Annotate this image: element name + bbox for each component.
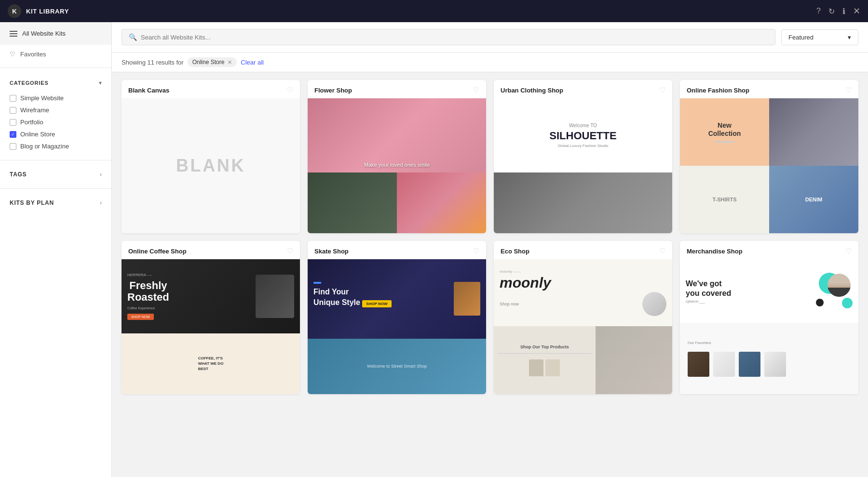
merch-top: We've gotyou covered cybercio ___ [680, 259, 858, 323]
skate-bottom: Welcome to Street Smart Shop [308, 339, 486, 394]
card-heart-icon[interactable]: ♡ [659, 247, 665, 255]
portfolio-checkbox[interactable] [10, 119, 16, 126]
tags-section[interactable]: TAGS › [0, 164, 111, 185]
card-title: Eco Shop [501, 248, 529, 255]
coffee-bottom: COFFEE, IT'SWHAT WE DOBEST [122, 333, 300, 394]
all-kits-label: All Website Kits [22, 30, 66, 37]
flower-caption: Make your loved ones smile [364, 162, 430, 168]
sidebar-divider [0, 67, 111, 68]
urban-bottom-img [494, 172, 672, 233]
favorites-label: Favorites [20, 51, 46, 58]
flower-bottom [308, 172, 486, 233]
refresh-icon[interactable]: ↻ [828, 7, 835, 16]
eco-bottom-img [596, 326, 672, 394]
skate-top: Find YourUnique Style SHOP NOW [308, 259, 486, 339]
card-heart-icon[interactable]: ♡ [287, 86, 293, 94]
search-bar: 🔍 Featured ▾ [112, 22, 868, 53]
fashion-cell-denim: DENIM [769, 166, 858, 233]
card-heart-icon[interactable]: ♡ [845, 247, 852, 255]
card-header: Online Fashion Shop ♡ [680, 80, 858, 98]
blog-magazine-checkbox[interactable] [10, 143, 16, 150]
card-header: Urban Clothing Shop ♡ [494, 80, 672, 98]
card-title: Skate Shop [314, 248, 349, 255]
card-flower-shop[interactable]: Flower Shop ♡ Make your loved ones smile [308, 80, 486, 233]
card-title: Online Coffee Shop [128, 248, 187, 255]
filter-tag-remove[interactable]: ✕ [228, 59, 232, 66]
card-coffee-shop[interactable]: Online Coffee Shop ♡ HERRERA ---- Freshl… [122, 241, 300, 394]
card-title: Blank Canvas [128, 87, 169, 94]
card-blank-canvas[interactable]: Blank Canvas ♡ BLANK [122, 80, 300, 233]
card-heart-icon[interactable]: ♡ [659, 86, 665, 94]
card-heart-icon[interactable]: ♡ [845, 86, 852, 94]
categories-chevron[interactable]: ▾ [99, 80, 102, 86]
flower-top: Make your loved ones smile [308, 98, 486, 172]
info-icon[interactable]: ℹ [842, 7, 845, 16]
portfolio-label: Portfolio [20, 119, 43, 126]
card-online-fashion[interactable]: Online Fashion Shop ♡ NewCollection T-SH… [680, 80, 858, 233]
card-heart-icon[interactable]: ♡ [473, 86, 479, 94]
card-title: Online Fashion Shop [687, 87, 749, 94]
tags-title: TAGS [10, 171, 27, 178]
card-header: Merchandise Shop ♡ [680, 241, 858, 259]
card-merchandise-shop[interactable]: Merchandise Shop ♡ We've gotyou covered … [680, 241, 858, 394]
categories-title: CATEGORIES [10, 80, 49, 86]
sidebar-divider-3 [0, 188, 111, 189]
coffee-top: HERRERA ---- FreshlyRoasted Coffee Exper… [122, 259, 300, 333]
clear-all-link[interactable]: Clear all [241, 59, 264, 66]
app-title: KIT LIBRARY [26, 8, 69, 15]
card-image-fashion: NewCollection T-SHIRTS DENIM [680, 98, 858, 233]
card-title: Merchandise Shop [687, 248, 743, 255]
card-heart-icon[interactable]: ♡ [287, 247, 293, 255]
fashion-tshirts-text: T-SHIRTS [712, 197, 736, 202]
sidebar-item-all-kits[interactable]: All Website Kits [0, 22, 111, 45]
card-eco-shop[interactable]: Eco Shop ♡ moonly —— moonly Shop now [494, 241, 672, 394]
blank-text: BLANK [176, 156, 245, 176]
kits-by-plan-section[interactable]: KITS BY PLAN › [0, 193, 111, 213]
simple-website-checkbox[interactable] [10, 95, 16, 102]
card-urban-clothing[interactable]: Urban Clothing Shop ♡ Welcome TO SILHOUE… [494, 80, 672, 233]
active-filter-tag: Online Store ✕ [188, 57, 237, 67]
card-image-eco: moonly —— moonly Shop now Shop Our Top P… [494, 259, 672, 394]
sidebar-item-portfolio[interactable]: Portfolio [10, 116, 102, 128]
card-skate-shop[interactable]: Skate Shop ♡ Find YourUnique Style SHOP … [308, 241, 486, 394]
eco-bottom-products: Shop Our Top Products [494, 326, 596, 394]
sidebar-item-simple-website[interactable]: Simple Website [10, 92, 102, 104]
card-image-skate: Find YourUnique Style SHOP NOW Welcome t… [308, 259, 486, 394]
card-image-blank: BLANK [122, 98, 300, 233]
wireframe-checkbox[interactable] [10, 107, 16, 114]
tags-arrow: › [100, 171, 102, 178]
card-header: Online Coffee Shop ♡ [122, 241, 300, 259]
sidebar-item-blog-magazine[interactable]: Blog or Magazine [10, 140, 102, 152]
help-icon[interactable]: ? [816, 7, 821, 15]
search-input[interactable] [141, 34, 768, 41]
sort-dropdown[interactable]: Featured ▾ [781, 29, 858, 45]
top-bar-right: ? ↻ ℹ ✕ [816, 6, 860, 16]
card-image-coffee: HERRERA ---- FreshlyRoasted Coffee Exper… [122, 259, 300, 394]
urban-subtitle: Global Luxury Fashion Studio [558, 144, 609, 148]
sidebar-item-favorites[interactable]: ♡ Favorites [0, 45, 111, 64]
card-header: Flower Shop ♡ [308, 80, 486, 98]
card-heart-icon[interactable]: ♡ [473, 247, 479, 255]
hamburger-icon [10, 31, 17, 37]
sidebar-item-wireframe[interactable]: Wireframe [10, 104, 102, 116]
eco-brand: moonly [500, 275, 551, 291]
merch-bottom: Our Favorites [680, 323, 858, 394]
online-store-checkbox[interactable] [10, 131, 16, 138]
merch-headline: We've gotyou covered [686, 279, 810, 297]
grid-area: Blank Canvas ♡ BLANK Flower Shop ♡ [112, 72, 868, 477]
sidebar-divider-2 [0, 160, 111, 160]
categories-header: CATEGORIES ▾ [10, 80, 102, 86]
close-icon[interactable]: ✕ [853, 6, 860, 16]
sort-arrow-icon: ▾ [848, 34, 851, 41]
card-image-merch: We've gotyou covered cybercio ___ [680, 259, 858, 394]
search-input-wrap: 🔍 [122, 29, 775, 45]
fashion-cell-new-collection: NewCollection [680, 98, 769, 166]
sidebar-item-online-store[interactable]: Online Store [10, 128, 102, 140]
sort-label: Featured [788, 34, 814, 41]
skate-bottom-text: Welcome to Street Smart Shop [367, 364, 427, 369]
flower-bottom-left [308, 172, 397, 233]
categories-section: CATEGORIES ▾ Simple Website Wireframe Po… [0, 72, 111, 156]
urban-welcome: Welcome TO [569, 123, 597, 128]
flower-bottom-right [397, 172, 486, 233]
content-area: 🔍 Featured ▾ Showing 11 results for Onli… [112, 22, 868, 477]
